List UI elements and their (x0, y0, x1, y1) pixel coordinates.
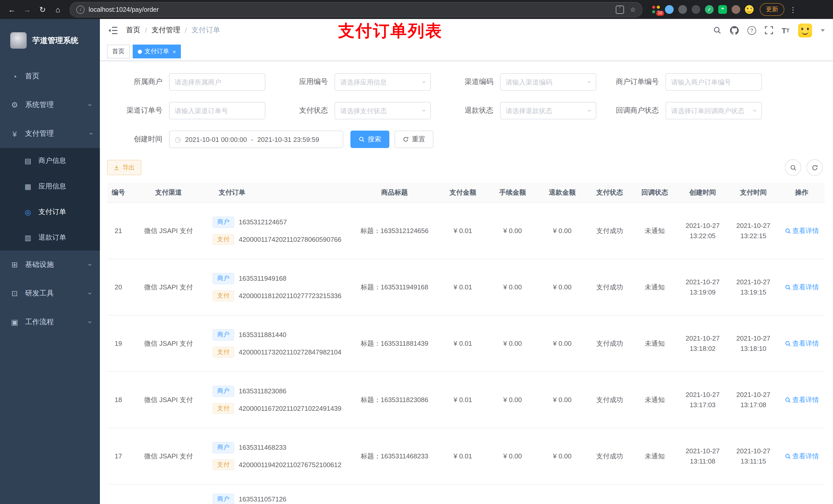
view-detail-link[interactable]: 查看详情 (785, 339, 819, 349)
home-icon[interactable]: ⌂ (51, 3, 65, 16)
user-dropdown-caret[interactable] (821, 29, 825, 31)
font-size-icon[interactable]: TT (782, 26, 789, 34)
tab-pay-order[interactable]: 支付订单 × (133, 45, 181, 58)
pay-status-input[interactable] (340, 107, 425, 115)
merchant-select[interactable] (169, 73, 265, 91)
cell-pay-amount: ¥ 0.01 (438, 226, 488, 236)
app-select[interactable]: › (335, 73, 431, 91)
cell-pay-status: 支付成功 (587, 282, 632, 292)
cell-pay-time: 2021-10-27 13:18:10 (728, 333, 779, 354)
user-avatar[interactable] (798, 23, 812, 37)
extension-gray-icon[interactable] (678, 5, 687, 14)
magnifier-icon (785, 284, 791, 290)
sidebar-item-label: 商户信息 (39, 156, 66, 165)
export-button[interactable]: 导出 (107, 160, 141, 175)
bookmark-star-icon[interactable]: ☆ (630, 6, 636, 13)
view-detail-link[interactable]: 查看详情 (785, 451, 819, 461)
cell-channel: 微信 JSAPI 支付 (129, 395, 208, 405)
export-button-label: 导出 (122, 163, 135, 172)
channel-order-no-input[interactable] (175, 107, 260, 115)
breadcrumb-home[interactable]: 首页 (126, 26, 140, 35)
browser-menu-icon[interactable]: ⋮ (786, 5, 800, 14)
view-detail-link[interactable]: 查看详情 (785, 395, 819, 405)
extension-dark-icon[interactable] (692, 5, 700, 14)
sidebar-item-payment[interactable]: ¥ 支付管理 › (0, 119, 100, 148)
address-bar[interactable]: i localhost:1024/pay/order ↑ ☆ (70, 2, 642, 17)
extension-blue-icon[interactable] (665, 5, 674, 14)
monitor-icon: ⊞ (10, 260, 19, 269)
breadcrumb-payment[interactable]: 支付管理 (152, 26, 180, 35)
reset-button[interactable]: 重置 (395, 130, 433, 148)
extension-chat-icon[interactable]: ❝ (718, 5, 727, 14)
chevron-down-icon: › (86, 292, 95, 294)
filter-merchant-order-no: 商户订单编号 (603, 73, 769, 91)
cell-pay-order: 商户1635311881440支付42000011732021102728479… (208, 326, 351, 361)
sidebar-item-home[interactable]: ◔ 首页 (0, 62, 100, 91)
page-content: 所属商户 应用编号 › 渠道编码 (100, 61, 833, 504)
search-button-label: 搜索 (368, 135, 381, 144)
refund-status-select[interactable]: › (500, 102, 596, 119)
merchant-order-no-input[interactable] (671, 78, 756, 86)
table-row: 20 微信 JSAPI 支付 商户1635311949168支付42000011… (107, 259, 825, 315)
cell-pay-status: 支付成功 (587, 226, 632, 236)
back-icon[interactable]: ← (5, 3, 19, 16)
profile-avatar-icon[interactable] (745, 5, 754, 14)
orders-table: 编号支付渠道支付订单商品标题支付金额手续金额退款金额支付状态回调状态创建时间支付… (107, 183, 825, 504)
notify-status-input[interactable] (671, 107, 756, 115)
fullscreen-icon[interactable] (765, 26, 773, 34)
browser-update-button[interactable]: 更新 (760, 3, 784, 16)
view-detail-label: 查看详情 (792, 395, 819, 405)
search-icon[interactable] (713, 26, 721, 34)
forward-icon[interactable]: → (21, 3, 34, 16)
sidebar-item-system[interactable]: ⚙ 系统管理 › (0, 91, 100, 119)
tab-label: 支付订单 (144, 47, 169, 56)
merchant-order-no-field[interactable] (665, 73, 762, 91)
share-icon[interactable]: ↑ (616, 5, 624, 14)
filter-refund-status: 退款状态 › (438, 102, 603, 119)
notify-status-select[interactable]: › (665, 102, 762, 119)
app-select-input[interactable] (340, 78, 425, 86)
channel-code-input[interactable] (506, 78, 591, 86)
sidebar-item-devtools[interactable]: ⊡ 研发工具 › (0, 279, 100, 308)
tab-close-icon[interactable]: × (173, 48, 176, 54)
sidebar-item-pay-order[interactable]: ◎ 支付订单 (0, 199, 100, 225)
date-range-picker[interactable]: ◷ 2021-10-01 00:00:00 - 2021-10-31 23:59… (169, 130, 343, 148)
sidebar-item-merchant-info[interactable]: ▤ 商户信息 (0, 148, 100, 174)
screen: ← → ↻ ⌂ i localhost:1024/pay/order ↑ ☆ 1… (0, 0, 833, 504)
filter-channel-order-no: 渠道订单号 (107, 102, 272, 119)
view-detail-link[interactable]: 查看详情 (785, 226, 819, 236)
sidebar-item-infra[interactable]: ⊞ 基础设施 › (0, 250, 100, 279)
view-detail-link[interactable]: 查看详情 (785, 282, 819, 292)
merchant-order-no: 1635311949168 (239, 273, 286, 284)
sidebar-item-refund-order[interactable]: ▥ 退款订单 (0, 225, 100, 250)
reload-icon[interactable]: ↻ (36, 3, 49, 16)
cell-refund-amount: ¥ 0.00 (538, 395, 587, 405)
extension-dots-icon[interactable]: 10 (652, 5, 660, 14)
search-button[interactable]: 搜索 (351, 130, 389, 148)
extension-green-check-icon[interactable]: ✓ (705, 5, 714, 14)
date-start[interactable]: 2021-10-01 00:00:00 (185, 136, 247, 143)
github-icon[interactable] (730, 26, 738, 34)
url-text[interactable]: localhost:1024/pay/order (89, 6, 159, 13)
merchant-tag: 商户 (213, 386, 234, 397)
refresh-table-button[interactable] (806, 159, 823, 176)
sidebar-item-label: 系统管理 (25, 100, 54, 110)
refund-status-input[interactable] (506, 107, 591, 115)
site-info-icon[interactable]: i (76, 5, 85, 14)
merchant-tag: 商户 (213, 442, 234, 453)
sidebar-fold-icon[interactable] (108, 26, 118, 34)
sidebar-item-app-info[interactable]: ▦ 应用信息 (0, 174, 100, 199)
channel-order-no-field[interactable] (169, 102, 265, 119)
extension-pin-icon[interactable] (732, 5, 740, 14)
pay-status-select[interactable]: › (335, 102, 431, 119)
merchant-order-no: 1635311468233 (239, 442, 286, 453)
merchant-select-input[interactable] (175, 78, 260, 86)
date-end[interactable]: 2021-10-31 23:59:59 (257, 136, 319, 143)
toggle-search-button[interactable] (785, 159, 801, 176)
merchant-order-no: 1635311823086 (239, 386, 286, 396)
tab-home[interactable]: 首页 (107, 45, 129, 58)
help-icon[interactable]: ? (747, 26, 756, 34)
channel-code-select[interactable]: › (500, 73, 596, 91)
pay-tag: 支付 (213, 234, 234, 245)
sidebar-item-workflow[interactable]: ▣ 工作流程 › (0, 308, 100, 337)
